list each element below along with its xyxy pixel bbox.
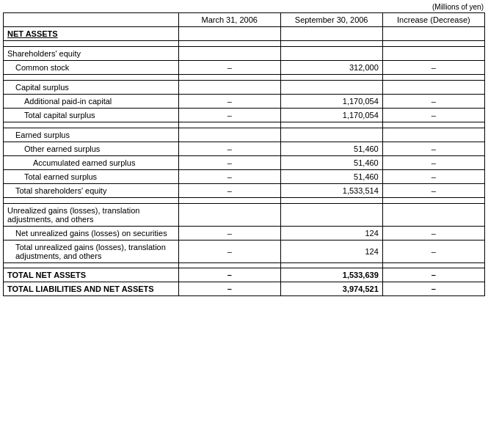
row-march-total-unrealized: – [178,240,280,263]
row-inc-capital-surplus [382,81,484,95]
table-header-row: March 31, 2006 September 30, 2006 Increa… [4,13,485,27]
row-inc-total-net-assets: – [382,268,484,282]
row-label-earned-surplus: Earned surplus [4,128,179,142]
row-label-other-earned-surplus: Other earned surplus [4,142,179,156]
table-row [4,41,485,47]
row-inc-total-capital-surplus: – [382,109,484,122]
row-label-total-earned-surplus: Total earned surplus [4,170,179,184]
row-inc-shareholders-equity [382,47,484,61]
header-inc-col: Increase (Decrease) [382,13,484,27]
row-march-total-earned-surplus: – [178,170,280,184]
row-march-earned-surplus [178,128,280,142]
table-row: TOTAL NET ASSETS–1,533,639– [4,268,485,282]
row-march-unrealized-header [178,204,280,227]
row-inc-total-liabilities-net-assets: – [382,282,484,296]
row-sept-unrealized-header [280,204,382,227]
row-march-other-earned-surplus: – [178,142,280,156]
millions-label: (Millions of yen) [3,3,485,12]
table-row: Accumulated earned surplus–51,460– [4,156,485,170]
row-inc-accumulated-earned-surplus: – [382,156,484,170]
row-march-additional-paid-in: – [178,95,280,109]
row-sept-total-shareholders-equity: 1,533,514 [280,184,382,198]
table-row: Common stock–312,000– [4,61,485,75]
row-march-accumulated-earned-surplus: – [178,156,280,170]
row-march-net-assets-header [178,27,280,41]
table-row: Total unrealized gains (losses), transla… [4,240,485,263]
row-sept-earned-surplus [280,128,382,142]
row-march-capital-surplus [178,81,280,95]
row-sept-net-assets-header [280,27,382,41]
row-label-accumulated-earned-surplus: Accumulated earned surplus [4,156,179,170]
row-label-net-unrealized: Net unrealized gains (losses) on securit… [4,227,179,240]
row-label-total-liabilities-net-assets: TOTAL LIABILITIES AND NET ASSETS [4,282,179,296]
table-row: Total capital surplus–1,170,054– [4,109,485,122]
table-row: Additional paid-in capital–1,170,054– [4,95,485,109]
row-inc-total-earned-surplus: – [382,170,484,184]
row-sept-accumulated-earned-surplus: 51,460 [280,156,382,170]
table-row: NET ASSETS [4,27,485,41]
table-row: Total earned surplus–51,460– [4,170,485,184]
row-inc-net-unrealized: – [382,227,484,240]
row-label-total-net-assets: TOTAL NET ASSETS [4,268,179,282]
row-sept-other-earned-surplus: 51,460 [280,142,382,156]
row-label-additional-paid-in: Additional paid-in capital [4,95,179,109]
row-inc-common-stock: – [382,61,484,75]
row-label-net-assets-header: NET ASSETS [4,27,179,41]
table-row: TOTAL LIABILITIES AND NET ASSETS–3,974,5… [4,282,485,296]
row-march-total-liabilities-net-assets: – [178,282,280,296]
row-march-shareholders-equity [178,47,280,61]
table-row [4,263,485,268]
table-row: Unrealized gains (losses), translation a… [4,204,485,227]
header-march-col: March 31, 2006 [178,13,280,27]
row-sept-additional-paid-in: 1,170,054 [280,95,382,109]
row-inc-net-assets-header [382,27,484,41]
header-sept-col: September 30, 2006 [280,13,382,27]
row-march-total-capital-surplus: – [178,109,280,122]
row-label-total-shareholders-equity: Total shareholders' equity [4,184,179,198]
financial-table-container: (Millions of yen) March 31, 2006 Septemb… [0,0,488,296]
row-label-total-unrealized: Total unrealized gains (losses), transla… [4,240,179,263]
table-row: Other earned surplus–51,460– [4,142,485,156]
header-label-col [4,13,179,27]
row-inc-other-earned-surplus: – [382,142,484,156]
table-row [4,198,485,204]
row-march-total-net-assets: – [178,268,280,282]
row-sept-common-stock: 312,000 [280,61,382,75]
table-row [4,75,485,81]
row-sept-total-capital-surplus: 1,170,054 [280,109,382,122]
table-row: Capital surplus [4,81,485,95]
row-sept-total-unrealized: 124 [280,240,382,263]
row-label-capital-surplus: Capital surplus [4,81,179,95]
table-row [4,122,485,128]
row-sept-shareholders-equity [280,47,382,61]
row-inc-earned-surplus [382,128,484,142]
row-label-unrealized-header: Unrealized gains (losses), translation a… [4,204,179,227]
row-sept-net-unrealized: 124 [280,227,382,240]
table-row: Earned surplus [4,128,485,142]
row-march-total-shareholders-equity: – [178,184,280,198]
row-march-net-unrealized: – [178,227,280,240]
row-sept-total-earned-surplus: 51,460 [280,170,382,184]
row-label-shareholders-equity: Shareholders' equity [4,47,179,61]
row-sept-total-liabilities-net-assets: 3,974,521 [280,282,382,296]
balance-sheet-table: March 31, 2006 September 30, 2006 Increa… [3,12,485,296]
row-inc-total-unrealized: – [382,240,484,263]
row-label-total-capital-surplus: Total capital surplus [4,109,179,122]
row-inc-total-shareholders-equity: – [382,184,484,198]
row-inc-unrealized-header [382,204,484,227]
table-row: Net unrealized gains (losses) on securit… [4,227,485,240]
row-sept-total-net-assets: 1,533,639 [280,268,382,282]
row-sept-capital-surplus [280,81,382,95]
table-row: Shareholders' equity [4,47,485,61]
row-march-common-stock: – [178,61,280,75]
table-row: Total shareholders' equity–1,533,514– [4,184,485,198]
row-label-common-stock: Common stock [4,61,179,75]
row-inc-additional-paid-in: – [382,95,484,109]
